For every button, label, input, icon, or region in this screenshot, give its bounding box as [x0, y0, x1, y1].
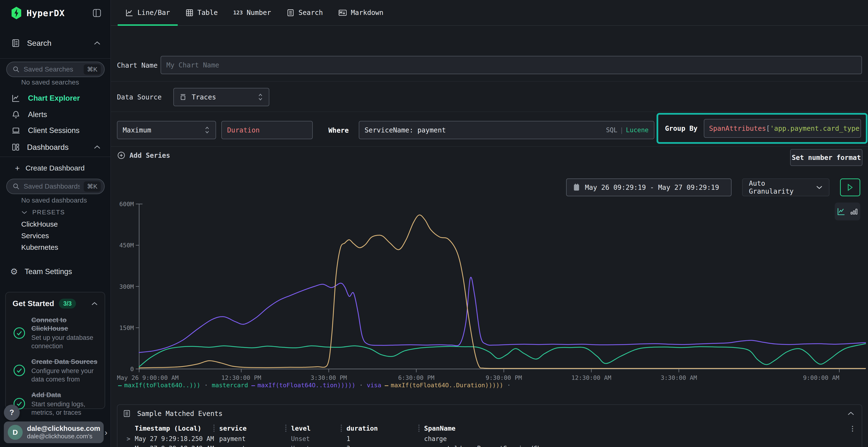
sidebar-collapse-icon[interactable]: [92, 8, 102, 18]
chevron-right-icon: ›: [105, 428, 107, 437]
hyperdx-bolt-icon: [10, 7, 22, 19]
checklist-item-connect[interactable]: Connect to ClickHouse Set up your databa…: [12, 316, 98, 350]
query-language-toggle[interactable]: SQL|Lucene: [606, 127, 649, 134]
where-input[interactable]: ServiceName: payment SQL|Lucene: [359, 121, 654, 139]
event-cell: payment: [219, 445, 246, 447]
tab-table[interactable]: Table: [178, 0, 225, 25]
legend-item[interactable]: —maxIf(toFloat64O..)))·mastercard: [118, 382, 248, 389]
sidebar-item-team-settings[interactable]: ⚙ Team Settings: [0, 265, 111, 279]
hyperdx-logo[interactable]: HyperDX: [10, 7, 65, 19]
y-tick: 600M: [119, 201, 134, 208]
chevron-up-icon[interactable]: [91, 302, 98, 306]
help-button[interactable]: ?: [4, 405, 20, 420]
tab-search[interactable]: Search: [279, 0, 331, 25]
x-tick: 12:30:00 AM: [571, 374, 612, 381]
sidebar-section-dashboards[interactable]: Dashboards: [0, 139, 111, 155]
shortcut-badge: ⌘K: [84, 181, 101, 192]
sql-option: SQL: [606, 127, 617, 134]
field-input[interactable]: Duration: [221, 121, 313, 139]
legend-separator: ·: [203, 382, 209, 389]
data-source-select[interactable]: Traces: [173, 88, 269, 106]
column-header-duration[interactable]: duration: [346, 424, 378, 432]
sidebar-item-client-sessions[interactable]: Client Sessions: [0, 123, 111, 138]
tab-number[interactable]: 123 Number: [225, 0, 279, 25]
series-unnamed: [139, 215, 866, 368]
column-resizer[interactable]: [418, 424, 420, 432]
plus-icon: +: [15, 164, 20, 173]
checklist-item-sources[interactable]: Create Data Sources Configure where your…: [12, 357, 98, 383]
saved-dashboards-search[interactable]: ⌘K: [6, 179, 105, 194]
user-menu[interactable]: D dale@clickhouse.com dale@clickhouse.co…: [4, 421, 104, 443]
legend-item[interactable]: —maxIf(toFloat64O..tion)))))·visa: [251, 382, 381, 389]
check-circle-icon: [12, 326, 26, 340]
where-label: Where: [329, 127, 349, 134]
no-saved-dashboards-text: No saved dashboards: [21, 197, 87, 204]
event-cell: 3: [346, 445, 350, 447]
event-row[interactable]: >May 27 9:29:18.249 AMpaymentUnset3grpc.…: [117, 444, 862, 447]
x-tick: 12:30:00 PM: [221, 374, 261, 381]
progress-badge: 3/3: [59, 299, 76, 309]
events-table-header: Timestamp (Local)serviceleveldurationSpa…: [117, 422, 862, 434]
line-chart-icon: [11, 94, 20, 103]
tab-markdown[interactable]: Markdown: [331, 0, 391, 25]
column-header-service[interactable]: service: [219, 424, 247, 432]
chevron-up-icon: [94, 41, 101, 45]
column-header-timestamp-local-[interactable]: Timestamp (Local): [135, 424, 201, 432]
get-started-card: Get Started 3/3 Connect to ClickHouse Se…: [5, 292, 105, 409]
x-tick: 9:30:00 PM: [486, 374, 522, 381]
lucene-option: Lucene: [626, 127, 649, 134]
date-range-picker[interactable]: May 26 09:29:19 - May 27 09:29:19: [566, 178, 732, 196]
group-by-input[interactable]: SpanAttributes['app.payment.card_type']: [704, 119, 861, 138]
column-resizer[interactable]: [285, 424, 286, 432]
aggregation-select[interactable]: Maximum: [117, 121, 216, 139]
grid-layout-icon: [11, 143, 20, 152]
column-resizer[interactable]: [341, 424, 342, 432]
table-options-icon[interactable]: ⋮: [849, 424, 856, 433]
column-resizer[interactable]: [213, 424, 215, 432]
run-query-button[interactable]: [840, 178, 860, 196]
app-root: HyperDX Search ⌘K No saved searches Char…: [0, 0, 868, 447]
sidebar-section-search[interactable]: Search: [0, 35, 111, 51]
row-expand-icon[interactable]: >: [127, 435, 130, 442]
sidebar-item-alerts[interactable]: Alerts: [0, 107, 111, 122]
table-icon: [185, 9, 194, 17]
legend-item[interactable]: —maxIf(toFloat64O..Duration)))))·: [384, 382, 512, 389]
main-area: Line/Bar Table 123 Number Search Markdow…: [111, 0, 868, 447]
list-icon: [286, 9, 294, 17]
tab-line-bar[interactable]: Line/Bar: [118, 0, 178, 25]
event-cell: Unset: [291, 445, 310, 447]
sidebar-section-dashboards-label: Dashboards: [27, 143, 69, 152]
series-visa: [139, 277, 866, 352]
preset-services[interactable]: Services: [21, 232, 49, 240]
chart-name-input[interactable]: [166, 61, 856, 69]
legend-group-name: mastercard: [212, 382, 248, 389]
set-number-format-button[interactable]: Set number format: [790, 149, 863, 166]
events-table-body: >May 27 9:29:18.250 AMpaymentUnset1charg…: [117, 434, 862, 447]
preset-clickhouse[interactable]: ClickHouse: [21, 220, 58, 228]
column-header-spanname[interactable]: SpanName: [424, 424, 456, 432]
presets-toggle[interactable]: PRESETS: [21, 209, 65, 216]
legend-separator: ·: [358, 382, 364, 389]
chevron-up-icon[interactable]: [847, 411, 855, 416]
event-cell: payment: [219, 435, 246, 442]
saved-searches-input[interactable]: [24, 66, 80, 73]
add-series-button[interactable]: Add Series: [117, 151, 170, 160]
plus-circle-icon: [117, 151, 126, 160]
chevron-down-icon: [816, 185, 823, 190]
checklist-item-add-data[interactable]: Add Data Start sending logs, metrics, or…: [12, 391, 98, 417]
create-dashboard-button[interactable]: + Create Dashboard: [0, 161, 111, 175]
granularity-select[interactable]: Auto Granularity: [742, 178, 830, 196]
archive-box-icon: [179, 93, 187, 101]
saved-searches-search[interactable]: ⌘K: [6, 62, 105, 77]
event-row[interactable]: >May 27 9:29:18.250 AMpaymentUnset1charg…: [117, 434, 862, 444]
series-mastercard: [139, 344, 866, 367]
column-header-level[interactable]: level: [291, 424, 311, 432]
user-email: dale@clickhouse.com: [27, 424, 100, 433]
saved-dashboards-input[interactable]: [24, 182, 80, 190]
preset-kubernetes[interactable]: Kubernetes: [21, 243, 58, 251]
chart-explorer-content: Chart Name Data Source Traces Maximum Du…: [111, 26, 868, 447]
timeseries-chart[interactable]: 0150M300M450M600MMay 26 9:00:00 AM12:30:…: [111, 194, 868, 394]
sidebar-item-chart-explorer[interactable]: Chart Explorer: [0, 91, 111, 105]
row-expand-icon[interactable]: >: [127, 445, 130, 447]
search-icon: [12, 183, 20, 190]
